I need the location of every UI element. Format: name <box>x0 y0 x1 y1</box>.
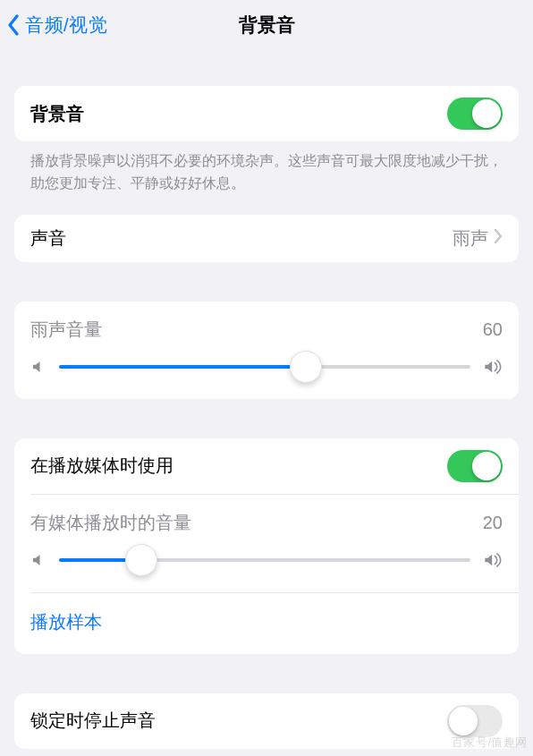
slider-label: 雨声音量 <box>30 318 102 342</box>
content: 背景音 播放背景噪声以消弭不必要的环境杂声。这些声音可最大限度地减少干扰，助您更… <box>0 50 533 756</box>
row-value: 雨声 <box>453 226 503 251</box>
back-label: 音频/视觉 <box>25 13 107 38</box>
slider-value: 60 <box>483 319 503 340</box>
row-label: 声音 <box>30 226 66 251</box>
row-stop-on-lock: 锁定时停止声音 <box>14 693 519 749</box>
group-stop-on-lock: 锁定时停止声音 <box>14 693 519 749</box>
toggle-background-sounds[interactable] <box>447 98 503 130</box>
row-label: 背景音 <box>30 102 84 126</box>
volume-min-icon <box>30 552 47 568</box>
slider-sound-volume-block: 雨声音量 60 <box>14 302 519 399</box>
background-sounds-description: 播放背景噪声以消弭不必要的环境杂声。这些声音可最大限度地减少干扰，助您更加专注、… <box>14 150 519 195</box>
play-sample-link[interactable]: 播放样本 <box>14 593 519 654</box>
group-sound-volume: 雨声音量 60 <box>14 302 519 399</box>
group-sound: 声音 雨声 <box>14 215 519 262</box>
row-background-sounds: 背景音 <box>14 86 519 141</box>
group-background-sounds: 背景音 <box>14 86 519 141</box>
volume-min-icon <box>30 359 47 375</box>
toggle-use-with-media[interactable] <box>447 450 503 482</box>
slider-sound-volume[interactable] <box>59 365 470 369</box>
row-label: 在播放媒体时使用 <box>30 454 173 478</box>
slider-media-volume[interactable] <box>59 558 470 562</box>
chevron-left-icon <box>4 12 23 38</box>
back-button[interactable]: 音频/视觉 <box>4 12 107 38</box>
volume-max-icon <box>483 358 503 376</box>
row-use-with-media: 在播放媒体时使用 <box>14 438 519 494</box>
group-media: 在播放媒体时使用 有媒体播放时的音量 20 <box>14 438 519 654</box>
slider-media-volume-block: 有媒体播放时的音量 20 <box>14 495 519 592</box>
row-sound[interactable]: 声音 雨声 <box>14 215 519 262</box>
toggle-stop-on-lock[interactable] <box>447 705 503 737</box>
sound-value: 雨声 <box>453 226 488 251</box>
slider-value: 20 <box>483 513 503 533</box>
volume-max-icon <box>483 551 503 569</box>
nav-bar: 音频/视觉 背景音 <box>0 0 533 50</box>
slider-label: 有媒体播放时的音量 <box>30 511 191 535</box>
row-label: 锁定时停止声音 <box>30 709 156 733</box>
chevron-right-icon <box>494 228 503 249</box>
